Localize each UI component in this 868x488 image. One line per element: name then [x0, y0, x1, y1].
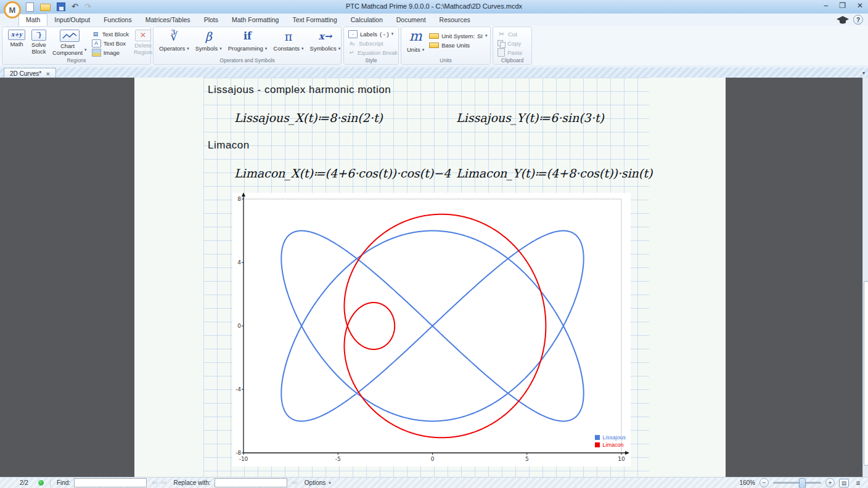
zoom-slider-thumb[interactable] — [799, 478, 806, 488]
unit-system-dropdown[interactable]: Unit System: SI ▾ — [429, 31, 487, 40]
math-region-lissajous-y[interactable]: Lissajous_Y(t)≔6·sin(3·t) — [456, 111, 604, 124]
tab-overflow-icon[interactable]: ▾ — [862, 70, 865, 76]
draft-view-button[interactable]: ≣ — [853, 479, 863, 487]
legend-row: Limacon — [595, 442, 626, 448]
mathcad-logo[interactable]: M — [4, 1, 21, 18]
tab-matrices-tables[interactable]: Matrices/Tables — [139, 14, 197, 26]
constants-icon: π — [285, 30, 293, 44]
new-document-icon[interactable] — [26, 2, 34, 12]
ribbon-group-units: m Units▾ Unit System: SI ▾ Base Units Un… — [401, 26, 491, 65]
calculation-status-icon — [38, 480, 44, 486]
legend-swatch — [595, 435, 600, 440]
text-block-button[interactable]: ▤ Text Block — [92, 30, 129, 38]
solve-block-button[interactable]: ¨} Solve Block — [28, 29, 49, 56]
math-button[interactable]: x+y Math — [5, 29, 28, 49]
text-region-limacon-heading[interactable]: Limacon — [208, 139, 250, 152]
group-label-units: Units — [401, 57, 490, 63]
worksheet-page[interactable]: Lissajous - complex harmonic motion Liss… — [134, 78, 726, 477]
constants-button[interactable]: π Constants▾ — [270, 29, 306, 53]
plot-svg: -10-50510840-4-8 — [232, 193, 631, 466]
chevron-down-icon: ▾ — [84, 47, 87, 52]
chart-component-icon — [60, 30, 80, 42]
options-button[interactable]: Options — [305, 479, 326, 486]
text-region-lissajous-heading[interactable]: Lissajous - complex harmonic motion — [208, 84, 391, 96]
math-icon: x+y — [8, 30, 25, 40]
math-region-limacon-x[interactable]: Limacon_X(t)≔(4+6·cos(t))·cos(t)−4 — [234, 166, 451, 180]
tab-functions[interactable]: Functions — [97, 14, 139, 26]
cut-icon: ✂ — [497, 31, 506, 38]
chevron-down-icon: ▾ — [391, 31, 394, 36]
image-button[interactable]: Image — [92, 48, 129, 57]
equation-break-button: ↵ Equation Break — [348, 48, 398, 57]
tab-plots[interactable]: Plots — [197, 14, 225, 26]
legend-label: Lissajous — [602, 434, 626, 441]
programming-icon: if — [244, 30, 252, 44]
chevron-down-icon: ▾ — [219, 46, 222, 51]
open-file-icon[interactable] — [40, 4, 51, 11]
labels-icon: ◦ — [348, 30, 358, 38]
zoom-in-button[interactable]: + — [825, 478, 835, 487]
group-label-operators-symbols: Operators and Symbols — [154, 57, 341, 63]
vertical-scrollbar[interactable] — [862, 78, 868, 477]
text-block-icon: ▤ — [92, 31, 100, 38]
close-button[interactable]: ✕ — [857, 1, 863, 10]
ribbon-group-clipboard: ✂ Cut Copy Paste Clipboard — [493, 26, 532, 65]
legend-row: Lissajous — [595, 434, 626, 441]
subscript-button: a₂ Subscript — [348, 39, 398, 47]
chevron-down-icon[interactable]: ▾ — [329, 481, 331, 486]
unit-system-icon — [429, 33, 439, 39]
divider — [50, 479, 51, 487]
svg-text:10: 10 — [618, 456, 625, 462]
scrollbar-thumb[interactable] — [864, 281, 868, 466]
chevron-down-icon: ▾ — [265, 46, 268, 51]
group-label-style: Style — [344, 57, 398, 63]
delete-region-button: ✕ Delete Region — [131, 29, 155, 57]
minimize-button[interactable]: – — [824, 1, 828, 10]
svg-text:-10: -10 — [239, 456, 248, 462]
symbols-button[interactable]: β Symbols▾ — [192, 29, 225, 53]
chart-component-button[interactable]: Chart Component▾ — [49, 29, 90, 57]
operators-button[interactable]: ∛ Operators▾ — [156, 29, 192, 53]
svg-text:0: 0 — [237, 323, 241, 329]
legend-swatch — [595, 442, 600, 447]
tab-text-formatting[interactable]: Text Formatting — [285, 14, 343, 26]
restore-button[interactable]: ❐ — [839, 1, 846, 10]
base-units-button[interactable]: Base Units — [429, 41, 487, 49]
status-bar: 2/2 Find: ⇦ ⇨ Replace with: ⇨ Options ▾ … — [0, 477, 868, 488]
equation-break-icon: ↵ — [348, 49, 355, 56]
undo-icon[interactable]: ↶ — [72, 2, 78, 11]
tab-close-icon[interactable]: ✕ — [46, 71, 50, 77]
help-icon[interactable]: ? — [853, 15, 863, 25]
svg-text:8: 8 — [237, 196, 241, 202]
text-box-icon: A — [92, 39, 101, 47]
subscript-icon: a₂ — [348, 40, 356, 47]
math-region-limacon-y[interactable]: Limacon_Y(t)≔(4+8·cos(t))·sin(t) — [456, 166, 652, 180]
tab-math-formatting[interactable]: Math Formatting — [225, 14, 285, 26]
math-region-lissajous-x[interactable]: Lissajous_X(t)≔8·sin(2·t) — [234, 111, 383, 124]
solve-block-icon: ¨} — [31, 30, 46, 41]
document-tab-title: 2D Curves* — [10, 70, 41, 77]
save-icon[interactable] — [57, 2, 65, 11]
tutorials-cap-icon[interactable] — [837, 15, 849, 25]
tab-input-output[interactable]: Input/Output — [47, 14, 97, 26]
titlebar: M ↶ ↷ PTC Mathcad Prime 9.0.0.0 - C:\Mat… — [0, 0, 868, 14]
units-button[interactable]: m Units▾ — [404, 29, 427, 54]
tab-document[interactable]: Document — [390, 14, 433, 26]
text-box-button[interactable]: A Text Box — [92, 39, 129, 47]
document-tab-2d-curves[interactable]: 2D Curves* ✕ — [4, 68, 56, 78]
zoom-slider[interactable] — [773, 482, 821, 484]
svg-text:0: 0 — [431, 456, 435, 462]
ribbon-group-regions: x+y Math ¨} Solve Block Chart Component▾… — [2, 26, 151, 65]
find-input[interactable] — [74, 478, 147, 487]
page-view-button[interactable]: ▤ — [839, 479, 849, 487]
tab-resources[interactable]: Resources — [433, 14, 477, 26]
tab-calculation[interactable]: Calculation — [344, 14, 390, 26]
replace-input[interactable] — [215, 478, 287, 487]
labels-button[interactable]: ◦ Labels ( - ) ▾ — [348, 30, 398, 38]
zoom-out-button[interactable]: − — [760, 478, 769, 487]
programming-button[interactable]: if Programming▾ — [225, 29, 271, 53]
symbolics-button[interactable]: x→ Symbolics▾ — [307, 29, 344, 53]
tab-math[interactable]: Math — [18, 14, 47, 26]
xy-plot-region[interactable]: -10-50510840-4-8 Lissajous Limacon — [232, 193, 631, 466]
logo-letter: M — [9, 6, 16, 15]
